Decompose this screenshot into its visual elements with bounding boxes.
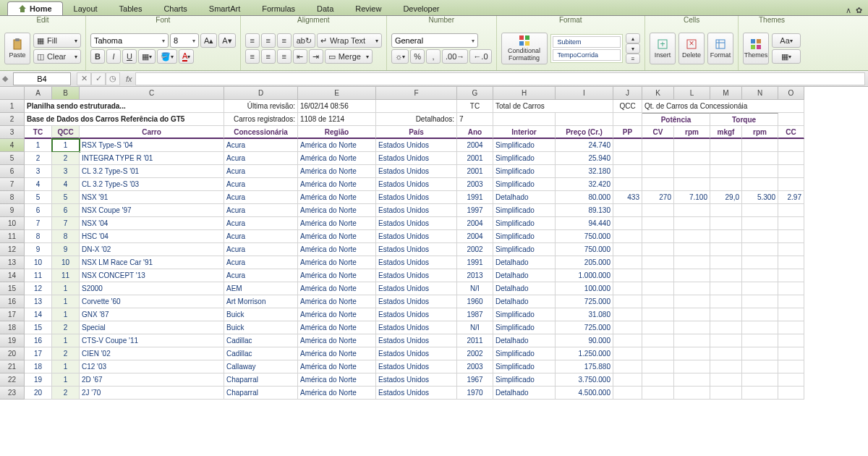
row-header-19[interactable]: 19 bbox=[0, 334, 25, 347]
cell-cc[interactable] bbox=[778, 139, 804, 152]
fx-label[interactable]: fx bbox=[126, 75, 132, 83]
merge-button[interactable]: ▭Merge▾ bbox=[325, 49, 373, 64]
cell-qcc[interactable]: 2 bbox=[52, 387, 80, 400]
col-hdr-carro[interactable]: Carro bbox=[80, 126, 224, 139]
cell-rpm2[interactable] bbox=[742, 282, 778, 295]
cell-interior[interactable]: Detalhado bbox=[493, 282, 556, 295]
cell-mkgf[interactable] bbox=[710, 204, 742, 217]
cell-carro[interactable]: DN-X '02 bbox=[80, 243, 224, 256]
format-cells-button[interactable]: Format bbox=[707, 33, 733, 64]
cell-mkgf[interactable] bbox=[710, 217, 742, 230]
cell-rpm2[interactable] bbox=[742, 204, 778, 217]
cell-conc[interactable]: AEM bbox=[224, 282, 298, 295]
cell-rpm2[interactable] bbox=[742, 269, 778, 282]
cell-tc[interactable]: 10 bbox=[25, 256, 52, 269]
tab-smartart[interactable]: SmartArt bbox=[198, 1, 251, 15]
row-header-7[interactable]: 7 bbox=[0, 178, 25, 191]
row-header-5[interactable]: 5 bbox=[0, 152, 25, 165]
cell-ano[interactable]: 1987 bbox=[457, 308, 493, 321]
col-hdr-pp[interactable]: PP bbox=[613, 126, 642, 139]
bold-button[interactable]: B bbox=[90, 49, 105, 64]
row-header-17[interactable]: 17 bbox=[0, 308, 25, 321]
cell-carro[interactable]: C12 '03 bbox=[80, 360, 224, 373]
row-header-12[interactable]: 12 bbox=[0, 243, 25, 256]
decrease-decimal-button[interactable]: ←.0 bbox=[469, 49, 491, 64]
cell-regiao[interactable]: América do Norte bbox=[298, 165, 376, 178]
cell-cv[interactable]: 270 bbox=[642, 191, 674, 204]
conditional-formatting-button[interactable]: Conditional Formatting bbox=[501, 33, 548, 64]
cell-qcc[interactable]: 8 bbox=[52, 230, 80, 243]
tab-data[interactable]: Data bbox=[306, 1, 344, 15]
cell-cv[interactable] bbox=[642, 204, 674, 217]
cell-pais[interactable]: Estados Unidos bbox=[376, 256, 457, 269]
cell-tc[interactable]: 7 bbox=[25, 217, 52, 230]
cell-interior[interactable]: Simplificado bbox=[493, 308, 556, 321]
cell-rpm2[interactable] bbox=[742, 230, 778, 243]
cell-cv[interactable] bbox=[642, 230, 674, 243]
cell-pais[interactable]: Estados Unidos bbox=[376, 243, 457, 256]
cell-carro[interactable]: 2J '70 bbox=[80, 387, 224, 400]
cell-mkgf[interactable] bbox=[710, 269, 742, 282]
cell-ano[interactable]: 1960 bbox=[457, 295, 493, 308]
cell-ano[interactable]: 1967 bbox=[457, 373, 493, 387]
styles-scroll-up[interactable]: ▴ bbox=[626, 33, 640, 43]
cell-cv[interactable] bbox=[642, 334, 674, 347]
cell-interior[interactable]: Simplificado bbox=[493, 230, 556, 243]
cell-interior[interactable]: Simplificado bbox=[493, 373, 556, 387]
cell-qcc[interactable]: 5 bbox=[52, 191, 80, 204]
cell-rpm[interactable] bbox=[674, 282, 710, 295]
cell-qcc[interactable]: 1 bbox=[52, 373, 80, 387]
sheet-nav-icon[interactable]: ◆ bbox=[0, 74, 10, 83]
themes-button[interactable]: Themes bbox=[743, 33, 769, 64]
cell-ano[interactable]: 1970 bbox=[457, 387, 493, 400]
cell-tc[interactable]: 8 bbox=[25, 230, 52, 243]
row-header-16[interactable]: 16 bbox=[0, 295, 25, 308]
cell-rpm[interactable] bbox=[674, 360, 710, 373]
cell-preco[interactable]: 175.880 bbox=[556, 360, 613, 373]
align-right-button[interactable]: ≡ bbox=[277, 49, 292, 64]
row-header-21[interactable]: 21 bbox=[0, 360, 25, 373]
cell-cv[interactable] bbox=[642, 256, 674, 269]
cell-mkgf[interactable] bbox=[710, 321, 742, 334]
cell-conc[interactable]: Chaparral bbox=[224, 373, 298, 387]
cell-tc[interactable]: 3 bbox=[25, 165, 52, 178]
column-header-A[interactable]: A bbox=[25, 87, 52, 100]
cell-regiao[interactable]: América do Norte bbox=[298, 243, 376, 256]
cell-qcc[interactable]: 2 bbox=[52, 321, 80, 334]
cell-pp[interactable] bbox=[613, 282, 642, 295]
column-header-B[interactable]: B bbox=[52, 87, 80, 100]
cell-pais[interactable]: Estados Unidos bbox=[376, 282, 457, 295]
cell-rpm2[interactable] bbox=[742, 308, 778, 321]
cell-cv[interactable] bbox=[642, 360, 674, 373]
cell-rpm[interactable] bbox=[674, 373, 710, 387]
cell-qcc[interactable]: 1 bbox=[52, 360, 80, 373]
cell-pp[interactable] bbox=[613, 243, 642, 256]
tab-charts[interactable]: Charts bbox=[153, 1, 197, 15]
cell-qcc[interactable]: 1 bbox=[52, 308, 80, 321]
cell-rpm[interactable] bbox=[674, 243, 710, 256]
column-header-G[interactable]: G bbox=[457, 87, 493, 100]
cell[interactable] bbox=[778, 113, 804, 126]
cell-preco[interactable]: 1.250.000 bbox=[556, 347, 613, 360]
cell-rpm[interactable] bbox=[674, 321, 710, 334]
tab-home[interactable]: Home bbox=[7, 1, 63, 15]
row-header-6[interactable]: 6 bbox=[0, 165, 25, 178]
cell-mkgf[interactable] bbox=[710, 308, 742, 321]
cell-carro[interactable]: RSX Type-S '04 bbox=[80, 139, 224, 152]
cell-regiao[interactable]: América do Norte bbox=[298, 334, 376, 347]
col-hdr-rpm2[interactable]: rpm bbox=[742, 126, 778, 139]
column-header-F[interactable]: F bbox=[376, 87, 457, 100]
cell-regiao[interactable]: América do Norte bbox=[298, 360, 376, 373]
cell-tc[interactable]: 2 bbox=[25, 152, 52, 165]
increase-decimal-button[interactable]: .00→ bbox=[442, 49, 468, 64]
cell-preco[interactable]: 31.080 bbox=[556, 308, 613, 321]
cell-pais[interactable]: Estados Unidos bbox=[376, 334, 457, 347]
cell-rpm[interactable] bbox=[674, 165, 710, 178]
cell-pp[interactable] bbox=[613, 269, 642, 282]
cell-pais[interactable]: Estados Unidos bbox=[376, 295, 457, 308]
label-last-rev[interactable]: Última revisão: bbox=[224, 100, 298, 113]
font-size-select[interactable]: 8▾ bbox=[170, 33, 199, 48]
cell-ano[interactable]: 2003 bbox=[457, 178, 493, 191]
cell-regiao[interactable]: América do Norte bbox=[298, 321, 376, 334]
cell-qcc[interactable]: 10 bbox=[52, 256, 80, 269]
